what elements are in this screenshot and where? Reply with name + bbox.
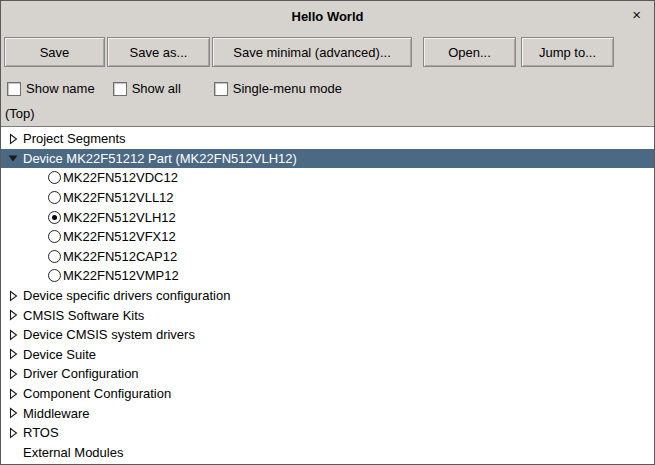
jump-to-button[interactable]: Jump to... xyxy=(521,37,614,67)
checkbox-label: Show all xyxy=(132,81,181,96)
radio-button-icon[interactable] xyxy=(48,269,61,282)
tree-item-mk22fn512vfx12[interactable]: MK22FN512VFX12 xyxy=(1,227,654,247)
checkbox-show-all[interactable]: Show all xyxy=(113,81,181,96)
open-button[interactable]: Open... xyxy=(423,37,516,67)
expander-icon[interactable] xyxy=(7,152,19,164)
tree-item-cmsis-software-kits[interactable]: CMSIS Software Kits xyxy=(1,305,654,325)
tree-item-external-modules[interactable]: External Modules xyxy=(1,443,654,463)
checkbox-box-icon[interactable] xyxy=(214,82,228,96)
triangle-right-icon[interactable] xyxy=(7,133,19,145)
save-button[interactable]: Save xyxy=(4,37,105,67)
expander-icon[interactable] xyxy=(7,427,19,439)
triangle-right-icon[interactable] xyxy=(7,329,19,341)
tree-item-device-mk22f51212-part-mk22fn512vlh12[interactable]: Device MK22F51212 Part (MK22FN512VLH12) xyxy=(1,149,654,169)
checkbox-box-icon[interactable] xyxy=(113,82,127,96)
tree-item-mk22fn512vlh12[interactable]: MK22FN512VLH12 xyxy=(1,207,654,227)
tree-item-driver-configuration[interactable]: Driver Configuration xyxy=(1,364,654,384)
window: Hello World × SaveSave as...Save minimal… xyxy=(0,0,655,465)
tree-item-label: Device MK22F51212 Part (MK22FN512VLH12) xyxy=(23,151,297,166)
triangle-right-icon[interactable] xyxy=(7,368,19,380)
tree-item-device-specific-drivers-configuration[interactable]: Device specific drivers configuration xyxy=(1,286,654,306)
top-label: (Top) xyxy=(1,96,654,126)
close-icon[interactable]: × xyxy=(632,7,641,22)
checkbox-label: Single-menu mode xyxy=(233,81,342,96)
window-title: Hello World xyxy=(292,9,364,24)
tree-item-label: Device Suite xyxy=(23,347,96,362)
tree-item-label: Middleware xyxy=(23,406,89,421)
radio-button-icon[interactable] xyxy=(48,211,61,224)
tree-item-label: MK22FN512VMP12 xyxy=(63,268,179,283)
tree-item-label: Component Configuration xyxy=(23,386,171,401)
tree-item-device-cmsis-system-drivers[interactable]: Device CMSIS system drivers xyxy=(1,325,654,345)
triangle-right-icon[interactable] xyxy=(7,309,19,321)
triangle-right-icon[interactable] xyxy=(7,388,19,400)
save-minimal-advanced-button[interactable]: Save minimal (advanced)... xyxy=(212,37,412,67)
tree-item-label: MK22FN512CAP12 xyxy=(63,249,177,264)
tree-item-component-configuration[interactable]: Component Configuration xyxy=(1,384,654,404)
expander-icon[interactable] xyxy=(7,329,19,341)
tree-item-label: MK22FN512VFX12 xyxy=(63,229,176,244)
tree: Project SegmentsDevice MK22F51212 Part (… xyxy=(1,126,654,464)
radio-button-icon[interactable] xyxy=(48,191,61,204)
radio-dot xyxy=(52,215,57,220)
tree-item-label: Device CMSIS system drivers xyxy=(23,327,195,342)
tree-item-project-segments[interactable]: Project Segments xyxy=(1,129,654,149)
tree-item-label: MK22FN512VLL12 xyxy=(63,190,174,205)
tree-item-mk22fn512vmp12[interactable]: MK22FN512VMP12 xyxy=(1,266,654,286)
radio-button-icon[interactable] xyxy=(48,171,61,184)
toolbar: SaveSave as...Save minimal (advanced)...… xyxy=(1,31,654,71)
expander-icon[interactable] xyxy=(7,368,19,380)
tree-item-mk22fn512cap12[interactable]: MK22FN512CAP12 xyxy=(1,247,654,267)
checkbox-box-icon[interactable] xyxy=(7,82,21,96)
checkbox-label: Show name xyxy=(26,81,95,96)
expander-icon[interactable] xyxy=(7,407,19,419)
radio-button-icon[interactable] xyxy=(48,230,61,243)
checkbox-show-name[interactable]: Show name xyxy=(7,81,95,96)
titlebar: Hello World × xyxy=(1,1,654,31)
triangle-right-icon[interactable] xyxy=(7,290,19,302)
checkbox-single-menu-mode[interactable]: Single-menu mode xyxy=(214,81,342,96)
tree-item-label: External Modules xyxy=(23,445,123,460)
tree-item-middleware[interactable]: Middleware xyxy=(1,403,654,423)
options-row: Show nameShow allSingle-menu mode xyxy=(1,71,654,96)
expander-icon[interactable] xyxy=(7,388,19,400)
tree-item-label: MK22FN512VDC12 xyxy=(63,170,178,185)
triangle-right-icon[interactable] xyxy=(7,427,19,439)
tree-item-label: CMSIS Software Kits xyxy=(23,308,144,323)
tree-item-rtos[interactable]: RTOS xyxy=(1,423,654,443)
tree-item-label: Project Segments xyxy=(23,131,126,146)
tree-item-device-suite[interactable]: Device Suite xyxy=(1,345,654,365)
triangle-right-icon[interactable] xyxy=(7,407,19,419)
tree-item-mk22fn512vdc12[interactable]: MK22FN512VDC12 xyxy=(1,168,654,188)
tree-item-label: Device specific drivers configuration xyxy=(23,288,230,303)
save-as-button[interactable]: Save as... xyxy=(107,37,210,67)
tree-item-label: Driver Configuration xyxy=(23,366,139,381)
triangle-right-icon[interactable] xyxy=(7,348,19,360)
triangle-down-icon[interactable] xyxy=(7,152,19,164)
expander-icon[interactable] xyxy=(7,133,19,145)
expander-icon[interactable] xyxy=(7,309,19,321)
tree-item-mk22fn512vll12[interactable]: MK22FN512VLL12 xyxy=(1,188,654,208)
expander-icon[interactable] xyxy=(7,348,19,360)
expander-icon[interactable] xyxy=(7,290,19,302)
radio-button-icon[interactable] xyxy=(48,250,61,263)
tree-item-label: RTOS xyxy=(23,425,59,440)
tree-item-label: MK22FN512VLH12 xyxy=(63,210,176,225)
